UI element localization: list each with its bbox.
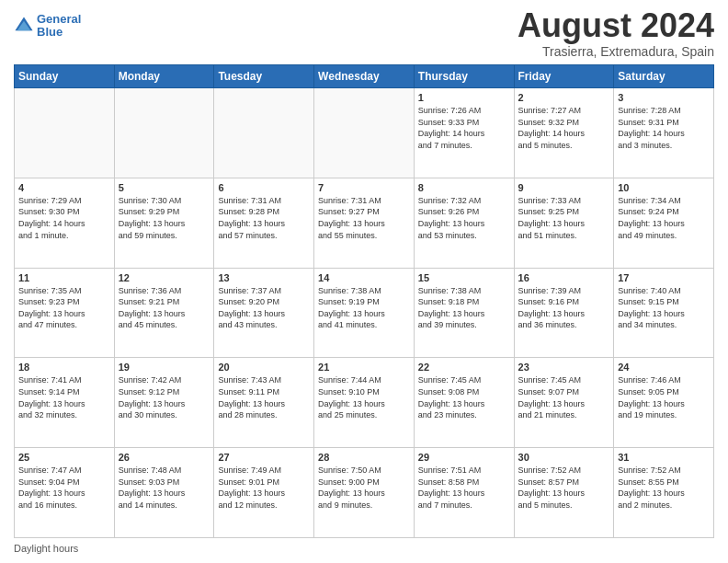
calendar-cell: [114, 88, 214, 178]
calendar-cell: 23Sunrise: 7:45 AMSunset: 9:07 PMDayligh…: [514, 358, 614, 448]
page: General Blue August 2024 Trasierra, Extr…: [0, 0, 728, 563]
day-number: 14: [318, 272, 410, 283]
day-number: 13: [218, 272, 310, 283]
calendar-cell: 21Sunrise: 7:44 AMSunset: 9:10 PMDayligh…: [314, 358, 415, 448]
calendar-weekday-sunday: Sunday: [15, 65, 115, 88]
day-info: Sunrise: 7:36 AMSunset: 9:21 PMDaylight:…: [119, 285, 210, 331]
day-number: 10: [618, 182, 710, 193]
day-info: Sunrise: 7:33 AMSunset: 9:25 PMDaylight:…: [518, 195, 610, 241]
day-info: Sunrise: 7:49 AMSunset: 9:01 PMDaylight:…: [218, 465, 310, 511]
calendar-cell: 24Sunrise: 7:46 AMSunset: 9:05 PMDayligh…: [614, 358, 714, 448]
day-info: Sunrise: 7:41 AMSunset: 9:14 PMDaylight:…: [18, 374, 110, 420]
calendar-cell: 28Sunrise: 7:50 AMSunset: 9:00 PMDayligh…: [314, 448, 415, 538]
calendar-weekday-monday: Monday: [114, 65, 214, 88]
day-info: Sunrise: 7:45 AMSunset: 9:08 PMDaylight:…: [418, 374, 510, 420]
day-info: Sunrise: 7:42 AMSunset: 9:12 PMDaylight:…: [119, 374, 210, 420]
calendar-cell: 6Sunrise: 7:31 AMSunset: 9:28 PMDaylight…: [214, 178, 314, 268]
day-info: Sunrise: 7:45 AMSunset: 9:07 PMDaylight:…: [518, 374, 610, 420]
month-year: August 2024: [518, 9, 714, 42]
day-info: Sunrise: 7:26 AMSunset: 9:33 PMDaylight:…: [418, 105, 510, 151]
calendar-cell: 9Sunrise: 7:33 AMSunset: 9:25 PMDaylight…: [514, 178, 614, 268]
calendar-cell: 8Sunrise: 7:32 AMSunset: 9:26 PMDaylight…: [414, 178, 514, 268]
calendar-weekday-tuesday: Tuesday: [214, 65, 314, 88]
day-number: 22: [418, 362, 510, 373]
calendar-weekday-friday: Friday: [514, 65, 614, 88]
calendar-cell: 14Sunrise: 7:38 AMSunset: 9:19 PMDayligh…: [314, 268, 415, 358]
day-number: 19: [119, 362, 210, 373]
daylight-label: Daylight hours: [14, 543, 78, 554]
day-number: 4: [18, 182, 110, 193]
logo-blue: Blue: [37, 25, 63, 39]
day-number: 27: [218, 452, 310, 463]
day-number: 12: [119, 272, 210, 283]
day-number: 5: [119, 182, 210, 193]
calendar-cell: 13Sunrise: 7:37 AMSunset: 9:20 PMDayligh…: [214, 268, 314, 358]
title-block: August 2024 Trasierra, Extremadura, Spai…: [518, 9, 714, 59]
calendar-cell: [15, 88, 115, 178]
day-number: 15: [418, 272, 510, 283]
calendar-cell: 12Sunrise: 7:36 AMSunset: 9:21 PMDayligh…: [114, 268, 214, 358]
calendar-cell: 18Sunrise: 7:41 AMSunset: 9:14 PMDayligh…: [15, 358, 115, 448]
calendar-weekday-saturday: Saturday: [614, 65, 714, 88]
calendar-week-2: 4Sunrise: 7:29 AMSunset: 9:30 PMDaylight…: [15, 178, 714, 268]
day-number: 3: [618, 92, 710, 103]
day-number: 1: [418, 92, 510, 103]
day-info: Sunrise: 7:43 AMSunset: 9:11 PMDaylight:…: [218, 374, 310, 420]
calendar-cell: 4Sunrise: 7:29 AMSunset: 9:30 PMDaylight…: [15, 178, 115, 268]
calendar-table: SundayMondayTuesdayWednesdayThursdayFrid…: [14, 64, 714, 538]
day-info: Sunrise: 7:38 AMSunset: 9:19 PMDaylight:…: [318, 285, 410, 331]
calendar-cell: 20Sunrise: 7:43 AMSunset: 9:11 PMDayligh…: [214, 358, 314, 448]
calendar-weekday-wednesday: Wednesday: [314, 65, 415, 88]
day-number: 21: [318, 362, 410, 373]
calendar-week-4: 18Sunrise: 7:41 AMSunset: 9:14 PMDayligh…: [15, 358, 714, 448]
calendar-cell: 17Sunrise: 7:40 AMSunset: 9:15 PMDayligh…: [614, 268, 714, 358]
calendar-cell: 10Sunrise: 7:34 AMSunset: 9:24 PMDayligh…: [614, 178, 714, 268]
calendar-cell: 16Sunrise: 7:39 AMSunset: 9:16 PMDayligh…: [514, 268, 614, 358]
calendar-cell: 19Sunrise: 7:42 AMSunset: 9:12 PMDayligh…: [114, 358, 214, 448]
day-info: Sunrise: 7:52 AMSunset: 8:57 PMDaylight:…: [518, 465, 610, 511]
day-info: Sunrise: 7:50 AMSunset: 9:00 PMDaylight:…: [318, 465, 410, 511]
calendar-cell: 29Sunrise: 7:51 AMSunset: 8:58 PMDayligh…: [414, 448, 514, 538]
calendar-cell: [314, 88, 415, 178]
calendar-cell: 7Sunrise: 7:31 AMSunset: 9:27 PMDaylight…: [314, 178, 415, 268]
day-info: Sunrise: 7:44 AMSunset: 9:10 PMDaylight:…: [318, 374, 410, 420]
day-number: 8: [418, 182, 510, 193]
day-number: 6: [218, 182, 310, 193]
day-info: Sunrise: 7:34 AMSunset: 9:24 PMDaylight:…: [618, 195, 710, 241]
calendar-week-5: 25Sunrise: 7:47 AMSunset: 9:04 PMDayligh…: [15, 448, 714, 538]
day-info: Sunrise: 7:39 AMSunset: 9:16 PMDaylight:…: [518, 285, 610, 331]
day-info: Sunrise: 7:31 AMSunset: 9:27 PMDaylight:…: [318, 195, 410, 241]
day-info: Sunrise: 7:46 AMSunset: 9:05 PMDaylight:…: [618, 374, 710, 420]
day-number: 16: [518, 272, 610, 283]
day-number: 24: [618, 362, 710, 373]
day-info: Sunrise: 7:40 AMSunset: 9:15 PMDaylight:…: [618, 285, 710, 331]
calendar-cell: 27Sunrise: 7:49 AMSunset: 9:01 PMDayligh…: [214, 448, 314, 538]
calendar-cell: 26Sunrise: 7:48 AMSunset: 9:03 PMDayligh…: [114, 448, 214, 538]
day-info: Sunrise: 7:48 AMSunset: 9:03 PMDaylight:…: [119, 465, 210, 511]
calendar-cell: 31Sunrise: 7:52 AMSunset: 8:55 PMDayligh…: [614, 448, 714, 538]
day-info: Sunrise: 7:52 AMSunset: 8:55 PMDaylight:…: [618, 465, 710, 511]
day-number: 31: [618, 452, 710, 463]
calendar-week-1: 1Sunrise: 7:26 AMSunset: 9:33 PMDaylight…: [15, 88, 714, 178]
day-number: 17: [618, 272, 710, 283]
calendar-cell: 25Sunrise: 7:47 AMSunset: 9:04 PMDayligh…: [15, 448, 115, 538]
calendar-cell: 2Sunrise: 7:27 AMSunset: 9:32 PMDaylight…: [514, 88, 614, 178]
day-info: Sunrise: 7:27 AMSunset: 9:32 PMDaylight:…: [518, 105, 610, 151]
day-info: Sunrise: 7:37 AMSunset: 9:20 PMDaylight:…: [218, 285, 310, 331]
logo-text: General Blue: [37, 13, 81, 40]
day-number: 7: [318, 182, 410, 193]
day-info: Sunrise: 7:32 AMSunset: 9:26 PMDaylight:…: [418, 195, 510, 241]
day-info: Sunrise: 7:35 AMSunset: 9:23 PMDaylight:…: [18, 285, 110, 331]
header: General Blue August 2024 Trasierra, Extr…: [14, 9, 714, 59]
day-number: 11: [18, 272, 110, 283]
footer: Daylight hours: [14, 543, 714, 554]
day-info: Sunrise: 7:29 AMSunset: 9:30 PMDaylight:…: [18, 195, 110, 241]
logo: General Blue: [14, 13, 81, 40]
calendar-cell: 5Sunrise: 7:30 AMSunset: 9:29 PMDaylight…: [114, 178, 214, 268]
day-number: 25: [18, 452, 110, 463]
calendar-header-row: SundayMondayTuesdayWednesdayThursdayFrid…: [15, 65, 714, 88]
day-info: Sunrise: 7:28 AMSunset: 9:31 PMDaylight:…: [618, 105, 710, 151]
day-number: 26: [119, 452, 210, 463]
day-info: Sunrise: 7:30 AMSunset: 9:29 PMDaylight:…: [119, 195, 210, 241]
day-info: Sunrise: 7:47 AMSunset: 9:04 PMDaylight:…: [18, 465, 110, 511]
